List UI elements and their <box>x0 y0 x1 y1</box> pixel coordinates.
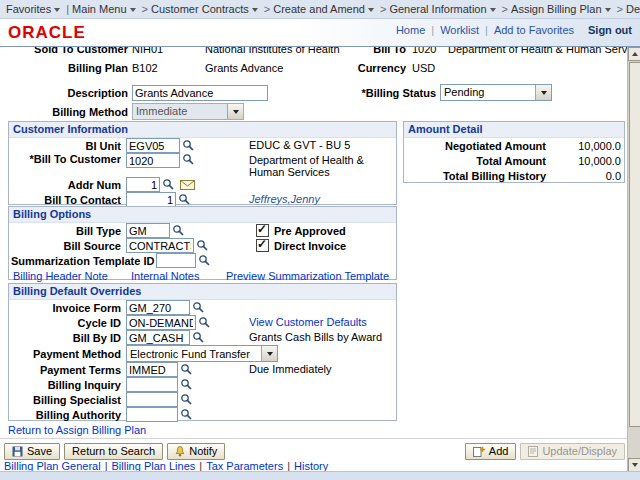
lookup-icon[interactable] <box>182 153 195 166</box>
return-to-assign-billing-plan-link[interactable]: Return to Assign Billing Plan <box>8 424 146 436</box>
breadcrumb-separator <box>66 3 69 15</box>
bill-to-contact-name: Jeffreys,Jenny <box>249 193 320 205</box>
preview-summarization-template-link[interactable]: Preview Summarization Template <box>226 270 389 282</box>
lookup-icon[interactable] <box>180 378 193 391</box>
billing-header-note-link[interactable]: Billing Header Note <box>13 270 108 282</box>
bill-to-value: 1020 <box>412 47 436 57</box>
mail-icon[interactable] <box>180 180 195 190</box>
billing-status-select[interactable]: Pending <box>440 84 552 101</box>
billing-method-label: Billing Method <box>8 105 128 120</box>
lookup-icon[interactable] <box>192 331 205 344</box>
breadcrumb-favorites[interactable]: Favorites <box>6 3 63 15</box>
billing-status-label: *Billing Status <box>330 86 436 101</box>
lookup-icon[interactable] <box>162 178 175 191</box>
lookup-icon[interactable] <box>198 316 211 329</box>
breadcrumb-separator <box>502 3 508 15</box>
breadcrumb-general-information[interactable]: General Information <box>389 3 498 15</box>
breadcrumb-create-and-amend[interactable]: Create and Amend <box>273 3 377 15</box>
addr-num-label: Addr Num <box>11 179 121 191</box>
bill-to-customer-input[interactable] <box>126 153 180 168</box>
direct-invoice-checkbox[interactable] <box>256 239 269 252</box>
breadcrumb-main-menu[interactable]: Main Menu <box>72 3 138 15</box>
summary-row-billing-plan: Billing Plan B102 Grants Advance Currenc… <box>0 61 627 76</box>
description-input[interactable] <box>132 85 268 101</box>
payment-method-select[interactable]: Electronic Fund Transfer <box>126 345 278 362</box>
add-to-favorites-link[interactable]: Add to Favorites <box>494 24 574 36</box>
header-links: Home Worklist Add to Favorites Sign out <box>396 24 632 36</box>
vertical-scrollbar[interactable] <box>627 47 640 472</box>
sold-to-customer-desc: National Institutes of Health <box>205 47 340 57</box>
lookup-icon[interactable] <box>180 393 193 406</box>
billing-specialist-label: Billing Specialist <box>11 394 121 406</box>
lookup-icon[interactable] <box>182 139 195 152</box>
billing-plan-label: Billing Plan <box>8 61 128 76</box>
bill-by-id-input[interactable] <box>126 330 190 345</box>
lookup-icon[interactable] <box>198 254 211 267</box>
breadcrumb-customer-contracts[interactable]: Customer Contracts <box>151 3 261 15</box>
billing-options-section: Billing Options Bill Type Pre Approved B… <box>8 206 397 280</box>
payment-terms-input[interactable] <box>126 362 178 377</box>
payment-terms-desc: Due Immediately <box>249 363 332 375</box>
add-button[interactable]: Add <box>465 443 517 460</box>
field-row-bill-to-contact: Bill To Contact Jeffreys,Jenny <box>9 192 396 207</box>
header-link-separator <box>431 24 434 36</box>
cycle-id-label: Cycle ID <box>11 317 121 329</box>
lookup-icon[interactable] <box>180 363 193 376</box>
addr-num-input[interactable] <box>126 177 160 192</box>
lookup-icon[interactable] <box>178 193 191 206</box>
notify-bell-icon <box>175 446 185 457</box>
lookup-icon[interactable] <box>192 301 205 314</box>
bill-source-input[interactable] <box>126 238 194 253</box>
caret-down-icon <box>605 8 611 12</box>
billing-inquiry-input[interactable] <box>126 377 178 392</box>
save-button[interactable]: Save <box>4 443 60 460</box>
define-billing-plan-screen: Favorites Main Menu Customer Contracts C… <box>0 0 640 480</box>
bill-to-contact-input[interactable] <box>126 192 176 207</box>
field-row-invoice-form: Invoice Form <box>9 300 396 315</box>
section-title: Amount Detail <box>404 122 624 138</box>
internal-notes-link[interactable]: Internal Notes <box>131 270 199 282</box>
breadcrumb-assign-billing-plan[interactable]: Assign Billing Plan <box>511 3 614 15</box>
lookup-icon[interactable] <box>196 239 209 252</box>
home-link[interactable]: Home <box>396 24 425 36</box>
field-row-summarization-template: Summarization Template ID <box>9 253 396 268</box>
billing-method-row: Billing Method Immediate <box>0 103 627 120</box>
billing-specialist-input[interactable] <box>126 392 178 407</box>
sold-to-customer-value: NIH01 <box>132 47 163 57</box>
bi-unit-input[interactable] <box>126 138 180 153</box>
cycle-id-input[interactable] <box>126 315 196 330</box>
scrollbar-thumb[interactable] <box>629 62 640 427</box>
scroll-down-icon[interactable] <box>628 458 640 472</box>
amount-row: Negotiated Amount 10,000.0 <box>404 138 624 153</box>
lookup-icon[interactable] <box>180 408 193 421</box>
billing-authority-input[interactable] <box>126 407 178 422</box>
description-row: Description *Billing Status Pending <box>0 84 627 101</box>
bill-to-contact-label: Bill To Contact <box>11 194 121 206</box>
bi-unit-desc: EDUC & GVT - BU 5 <box>249 139 350 151</box>
bill-type-input[interactable] <box>126 223 170 238</box>
lookup-icon[interactable] <box>172 224 185 237</box>
summarization-template-id-input[interactable] <box>156 253 196 268</box>
amount-detail-section: Amount Detail Negotiated Amount 10,000.0… <box>403 121 625 183</box>
return-to-search-button[interactable]: Return to Search <box>64 443 163 460</box>
sign-out-link[interactable]: Sign out <box>588 24 632 36</box>
bill-by-id-label: Bill By ID <box>11 332 121 344</box>
breadcrumb-define-billing-plan[interactable]: Define Billing Plan <box>626 3 640 15</box>
pre-approved-checkbox[interactable] <box>256 224 269 237</box>
caret-down-icon <box>54 8 60 12</box>
view-customer-defaults-link[interactable]: View Customer Defaults <box>249 316 367 328</box>
toolbar-separator <box>0 438 627 439</box>
field-row-payment-terms: Payment Terms Due Immediately <box>9 362 396 377</box>
add-icon <box>473 446 485 457</box>
worklist-link[interactable]: Worklist <box>440 24 479 36</box>
invoice-form-input[interactable] <box>126 300 190 315</box>
breadcrumb-separator <box>264 3 270 15</box>
field-row-addr-num: Addr Num <box>9 177 396 192</box>
scroll-up-icon[interactable] <box>628 47 640 61</box>
bill-to-label: Bill To <box>330 47 406 57</box>
section-title: Billing Options <box>9 207 396 223</box>
field-row-payment-method: Payment Method Electronic Fund Transfer <box>9 345 396 362</box>
breadcrumb-separator <box>380 3 386 15</box>
bottom-status-bar <box>0 471 640 480</box>
notify-button[interactable]: Notify <box>167 443 225 460</box>
